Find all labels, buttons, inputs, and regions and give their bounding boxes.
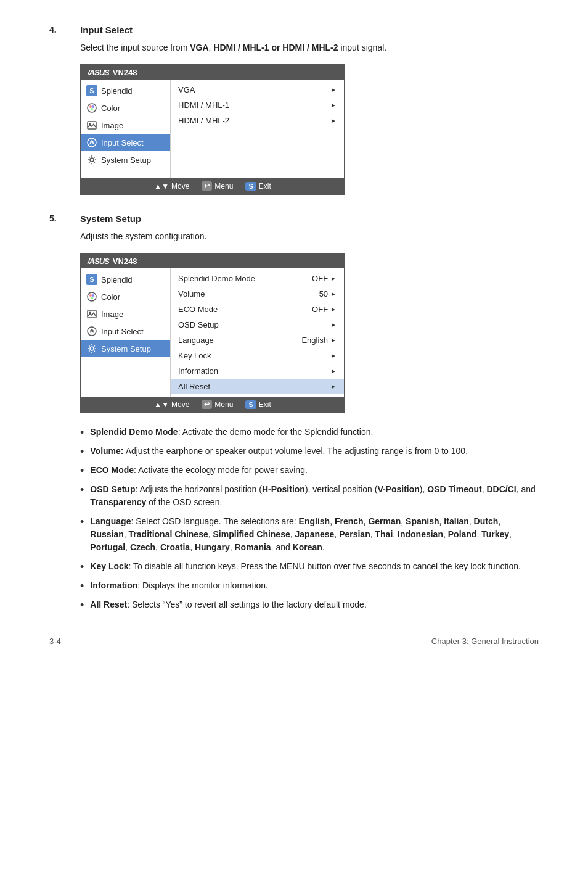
osd-box-input-select: /ASUS VN248 S Splendid Color: [80, 64, 345, 195]
bullet-text-5: Language: Select OSD language. The selec…: [90, 515, 539, 554]
bullet-dot-7: •: [80, 580, 84, 592]
bullet-text-2: Volume: Adjust the earphone or speaker o…: [90, 445, 468, 458]
section4-header: 4. Input Select: [49, 25, 539, 35]
osd-menu-system-1[interactable]: System Setup: [81, 151, 170, 168]
image-label-2: Image: [101, 310, 123, 319]
svg-point-3: [91, 108, 93, 110]
bullet-dot-4: •: [80, 484, 84, 495]
footer-menu-1: ↩ Menu: [202, 181, 233, 191]
osd-row-information: Information ►: [171, 363, 344, 379]
exit-icon-2: S: [245, 400, 256, 409]
section5-body: Adjusts the system configuration. /ASUS …: [80, 230, 539, 611]
bullet-dot-1: •: [80, 427, 84, 438]
osd-model-2: VN248: [113, 257, 137, 266]
menu-label-2: Menu: [214, 400, 233, 409]
osd-menu-image-2[interactable]: Image: [81, 305, 170, 323]
exit-icon-1: S: [245, 182, 256, 191]
osd-box-system-setup: /ASUS VN248 S Splendid Color: [80, 253, 345, 413]
exit-label-1: Exit: [259, 182, 271, 191]
splendid-icon-2: S: [86, 274, 97, 285]
svg-point-11: [91, 297, 93, 299]
osd-row-hdmi1: HDMI / MHL-1 ►: [171, 97, 344, 113]
volume-label: Volume: [178, 289, 319, 299]
bullet-dot-3: •: [80, 465, 84, 476]
hdmi1-arrow: ►: [330, 102, 337, 109]
move-icon-2: ▲▼: [154, 400, 169, 409]
splendid-label-2: Splendid: [101, 275, 133, 284]
osd-menu-splendid-2[interactable]: S Splendid: [81, 271, 170, 288]
bullet-dot-5: •: [80, 516, 84, 527]
section4-body: Select the input source from VGA, HDMI /…: [80, 41, 539, 195]
section5-number: 5.: [49, 213, 68, 224]
osd-menu-splendid-1[interactable]: S Splendid: [81, 82, 170, 99]
input-select-icon-1: [86, 137, 97, 148]
section-4: 4. Input Select Select the input source …: [49, 25, 539, 195]
bullet-volume: • Volume: Adjust the earphone or speaker…: [80, 445, 539, 458]
osd-menu-system-2[interactable]: System Setup: [81, 340, 170, 357]
osd-menu-input-select-1[interactable]: Input Select: [81, 134, 170, 151]
all-reset-label: All Reset: [178, 382, 330, 391]
osd-menu-image-1[interactable]: Image: [81, 117, 170, 134]
move-icon-1: ▲▼: [154, 182, 169, 191]
bullet-list: • Splendid Demo Mode: Activate the demo …: [80, 426, 539, 611]
osd-row-language: Language English ►: [171, 332, 344, 348]
osd-menu-2: S Splendid Color Image: [81, 268, 171, 397]
osd-row-volume: Volume 50 ►: [171, 286, 344, 302]
osd-model-1: VN248: [113, 68, 137, 77]
language-label: Language: [178, 336, 301, 345]
hdmi2-arrow: ►: [330, 117, 337, 124]
volume-arrow: ►: [330, 291, 337, 297]
osd-row-eco: ECO Mode OFF ►: [171, 302, 344, 317]
osd-menu-1: S Splendid Color: [81, 80, 171, 178]
osd-setup-arrow: ►: [330, 321, 337, 328]
color-label-2: Color: [101, 292, 120, 302]
image-label-1: Image: [101, 121, 123, 130]
bullet-text-7: Information: Displays the monitor inform…: [90, 579, 268, 592]
osd-titlebar-2: /ASUS VN248: [81, 254, 344, 268]
eco-value: OFF: [312, 305, 328, 314]
svg-point-15: [90, 347, 94, 350]
bullet-information: • Information: Displays the monitor info…: [80, 579, 539, 592]
section5-description: Adjusts the system configuration.: [80, 230, 539, 243]
hdmi2-label: HDMI / MHL-2: [178, 116, 330, 125]
section-5: 5. System Setup Adjusts the system confi…: [49, 213, 539, 611]
system-icon-2: [86, 343, 97, 354]
bullet-dot-6: •: [80, 561, 84, 572]
system-label-2: System Setup: [101, 344, 151, 353]
osd-row-vga: VGA ►: [171, 82, 344, 97]
osd-menu-color-2[interactable]: Color: [81, 288, 170, 305]
bullet-dot-8: •: [80, 600, 84, 611]
chapter-label: Chapter 3: General Instruction: [431, 637, 539, 646]
splendid-demo-value: OFF: [312, 274, 328, 283]
bullet-text-3: ECO Mode: Activate the ecology mode for …: [90, 464, 308, 477]
bullet-splendid-demo: • Splendid Demo Mode: Activate the demo …: [80, 426, 539, 439]
menu-icon-2: ↩: [202, 400, 212, 409]
asus-logo-1: /ASUS: [88, 68, 109, 77]
all-reset-arrow: ►: [330, 383, 337, 390]
information-label: Information: [178, 366, 330, 376]
bullet-language: • Language: Select OSD language. The sel…: [80, 515, 539, 554]
menu-label-1: Menu: [214, 182, 233, 191]
color-icon-1: [86, 102, 97, 113]
splendid-demo-label: Splendid Demo Mode: [178, 274, 312, 283]
footer-exit-2: S Exit: [245, 400, 271, 409]
osd-titlebar-1: /ASUS VN248: [81, 65, 344, 80]
page-number: 3-4: [49, 637, 61, 646]
eco-label: ECO Mode: [178, 305, 312, 314]
color-icon-2: [86, 291, 97, 302]
keylock-label: Key Lock: [178, 351, 330, 360]
image-icon-2: [86, 308, 97, 320]
osd-row-all-reset: All Reset ►: [171, 379, 344, 394]
footer-move-1: ▲▼ Move: [154, 182, 189, 191]
osd-setup-label: OSD Setup: [178, 320, 330, 329]
osd-menu-input-2[interactable]: Input Select: [81, 323, 170, 340]
eco-arrow: ►: [330, 306, 337, 313]
svg-point-7: [90, 158, 94, 162]
information-arrow: ►: [330, 368, 337, 374]
osd-content-2: S Splendid Color Image: [81, 268, 344, 397]
asus-logo-2: /ASUS: [88, 257, 109, 266]
image-icon-1: [86, 120, 97, 131]
bullet-osd-setup: • OSD Setup: Adjusts the horizontal post…: [80, 483, 539, 509]
language-arrow: ►: [330, 337, 337, 344]
osd-menu-color-1[interactable]: Color: [81, 99, 170, 117]
